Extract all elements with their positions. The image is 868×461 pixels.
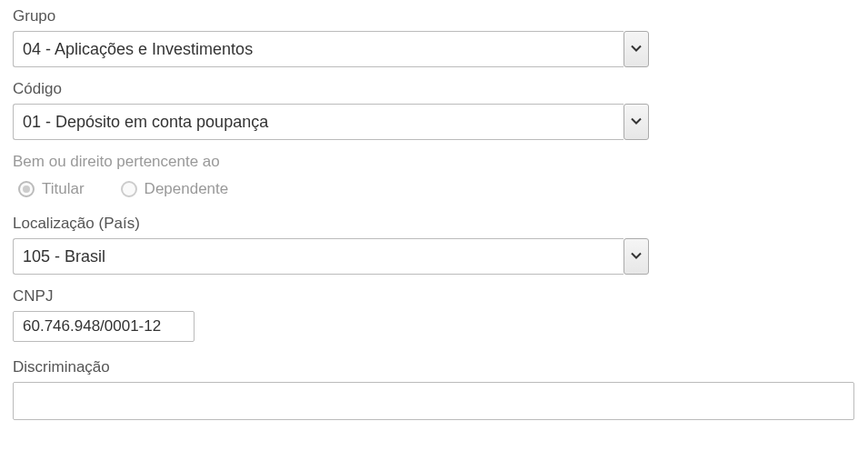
- chevron-down-icon: [631, 248, 642, 265]
- localizacao-label: Localização (País): [13, 215, 855, 233]
- grupo-select-wrapper: [13, 31, 649, 67]
- radio-icon: [121, 181, 137, 197]
- localizacao-field: Localização (País): [13, 215, 855, 275]
- codigo-dropdown-button[interactable]: [624, 104, 649, 140]
- grupo-label: Grupo: [13, 7, 855, 25]
- bem-direito-label: Bem ou direito pertencente ao: [13, 153, 855, 171]
- chevron-down-icon: [631, 41, 642, 57]
- cnpj-field: CNPJ: [13, 287, 855, 342]
- grupo-field: Grupo: [13, 7, 855, 67]
- cnpj-input[interactable]: [13, 311, 195, 342]
- radio-icon: [18, 181, 35, 197]
- radio-dot-icon: [23, 185, 30, 193]
- localizacao-select-wrapper: [13, 238, 649, 275]
- discriminacao-label: Discriminação: [13, 358, 855, 376]
- radio-dependente-label: Dependente: [145, 180, 229, 198]
- localizacao-dropdown-button[interactable]: [624, 238, 649, 275]
- codigo-select[interactable]: [13, 104, 624, 140]
- cnpj-label: CNPJ: [13, 287, 855, 306]
- chevron-down-icon: [631, 114, 642, 130]
- grupo-select[interactable]: [13, 31, 624, 67]
- discriminacao-field: Discriminação: [13, 358, 855, 420]
- codigo-select-wrapper: [13, 104, 649, 140]
- codigo-label: Código: [13, 80, 855, 98]
- radio-titular[interactable]: Titular: [18, 180, 85, 198]
- radio-titular-label: Titular: [42, 180, 85, 198]
- radio-dependente[interactable]: Dependente: [121, 180, 229, 198]
- codigo-field: Código: [13, 80, 855, 140]
- grupo-dropdown-button[interactable]: [624, 31, 649, 67]
- bem-direito-field: Bem ou direito pertencente ao Titular De…: [13, 153, 855, 198]
- discriminacao-textarea[interactable]: [13, 382, 854, 420]
- bem-direito-radios: Titular Dependente: [13, 180, 855, 198]
- localizacao-select[interactable]: [13, 238, 624, 275]
